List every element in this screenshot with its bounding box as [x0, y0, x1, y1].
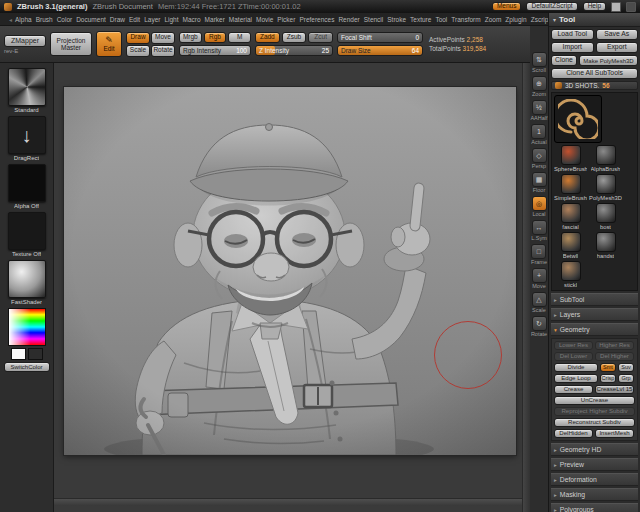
document-viewport[interactable]	[64, 87, 516, 455]
export-button[interactable]: Export	[596, 42, 639, 53]
tool-inventory-item[interactable]: PolyMesh3D	[589, 174, 622, 201]
secondary-color-swatch[interactable]	[28, 348, 43, 360]
section-geometry[interactable]: Geometry	[551, 323, 638, 336]
section-header[interactable]: Deformation	[551, 473, 638, 486]
tool-palette-header[interactable]: Tool	[549, 13, 640, 27]
menu-item[interactable]: Movie	[254, 16, 275, 23]
geometry-button[interactable]: Smt	[600, 363, 616, 372]
shelf-tool-icon[interactable]: ↻	[532, 316, 547, 331]
shelf-tool[interactable]: ◇ Persp	[532, 148, 547, 169]
load-tool-button[interactable]: Load Tool	[551, 29, 594, 40]
menu-item[interactable]: Picker	[275, 16, 297, 23]
menu-item[interactable]: Edit	[127, 16, 142, 23]
shelf-tool-icon[interactable]: ◇	[532, 148, 547, 163]
shelf-tool-icon[interactable]: ½	[532, 100, 547, 115]
section-header[interactable]: Masking	[551, 488, 638, 501]
tool-thumbnail[interactable]	[596, 174, 616, 194]
geometry-button[interactable]: Divide	[554, 363, 598, 372]
clone-all-subtools-button[interactable]: Clone All SubTools	[551, 68, 638, 79]
geometry-button[interactable]: CreaseLvl 15	[595, 385, 634, 394]
menu-item[interactable]: Alpha	[13, 16, 34, 23]
tool-inventory-item[interactable]: bost	[589, 203, 622, 230]
stroke-selector-thumbnail[interactable]	[8, 116, 46, 154]
shelf-tool-icon[interactable]: □	[531, 244, 546, 259]
window-control-icon[interactable]	[626, 2, 636, 12]
menu-item[interactable]: Zplugin	[503, 16, 528, 23]
shelf-tool-icon[interactable]: +	[532, 268, 547, 283]
shelf-tool-icon[interactable]: ⇅	[532, 52, 547, 67]
transform-mode-button[interactable]: Draw	[126, 32, 150, 44]
geometry-button[interactable]: Higher Res	[595, 341, 634, 350]
geometry-button[interactable]: Grp	[618, 374, 634, 383]
shelf-tool-icon[interactable]: ⊕	[532, 76, 547, 91]
shelf-tool[interactable]: ▦ Floor	[532, 172, 547, 193]
geometry-button[interactable]: Edge Loop	[554, 374, 598, 383]
focal-shift-slider[interactable]: Focal Shift 0	[337, 32, 423, 43]
tool-thumbnail[interactable]	[596, 232, 616, 252]
shelf-tool[interactable]: ↔ L.Sym	[531, 220, 547, 241]
menu-item[interactable]: Marker	[203, 16, 227, 23]
section-header[interactable]: Polygroups	[551, 503, 638, 512]
tool-inventory-item[interactable]: SimpleBrush	[554, 174, 587, 201]
shelf-tool[interactable]: + Move	[532, 268, 547, 289]
window-control-icon[interactable]	[611, 2, 621, 12]
switch-color-button[interactable]: SwitchColor	[4, 362, 50, 372]
shelf-tool[interactable]: ⇅ Scroll	[532, 52, 547, 73]
edit-mode-button[interactable]: ✎ Edit	[96, 31, 122, 57]
geometry-button[interactable]: DelHidden	[554, 429, 593, 438]
shelf-tool[interactable]: 1 Actual	[531, 124, 546, 145]
zmapper-button[interactable]: ZMapper	[4, 35, 46, 47]
default-zscript-button[interactable]: DefaultZScript	[526, 2, 577, 11]
menu-item[interactable]: Texture	[408, 16, 433, 23]
tool-inventory-item[interactable]: stickl	[554, 261, 587, 288]
geometry-button[interactable]: Suv	[618, 363, 634, 372]
canvas-right-bar[interactable]	[522, 63, 530, 512]
menu-item[interactable]: Brush	[34, 16, 55, 23]
main-color-swatch[interactable]	[11, 348, 26, 360]
projection-master-button[interactable]: Projection Master	[50, 32, 92, 56]
menu-item[interactable]: Tool	[433, 16, 449, 23]
geometry-button[interactable]: Del Higher	[595, 352, 634, 361]
transform-mode-button[interactable]: Scale	[126, 45, 150, 57]
material-selector-thumbnail[interactable]	[8, 260, 46, 298]
geometry-button[interactable]: Crisp	[600, 374, 616, 383]
color-mode-button[interactable]: M	[228, 32, 251, 43]
menu-item[interactable]: Light	[162, 16, 180, 23]
tool-thumbnail[interactable]	[596, 203, 616, 223]
menu-item[interactable]: Zscript	[529, 16, 548, 23]
shelf-tool-icon[interactable]: ↔	[532, 220, 547, 235]
geometry-button[interactable]: Crease	[554, 385, 593, 394]
shelf-tool[interactable]: □ Frame	[531, 244, 547, 265]
menu-item[interactable]: Preferences	[297, 16, 336, 23]
section-header[interactable]: Geometry HD	[551, 443, 638, 456]
tool-inventory-item[interactable]: AlphaBrush	[589, 145, 622, 172]
tool-thumbnail[interactable]	[561, 232, 581, 252]
clone-button[interactable]: Clone	[551, 55, 577, 66]
shelf-tool[interactable]: ◎ Local	[532, 196, 547, 217]
tool-thumbnail[interactable]	[561, 261, 581, 281]
menu-item[interactable]: Render	[336, 16, 361, 23]
shelf-tool[interactable]: ↻ Rotate	[531, 316, 547, 337]
sculpt-mode-button[interactable]: Zcut	[308, 32, 333, 43]
tool-inventory-item[interactable]: SphereBrush	[554, 145, 587, 172]
import-button[interactable]: Import	[551, 42, 594, 53]
texture-selector-thumbnail[interactable]	[8, 212, 46, 250]
menu-item[interactable]: Zoom	[483, 16, 504, 23]
rgb-intensity-slider[interactable]: Rgb Intensity 100	[179, 45, 251, 56]
make-polymesh3d-button[interactable]: Make PolyMesh3D	[579, 55, 638, 66]
section-header[interactable]: Preview	[551, 458, 638, 471]
menu-item[interactable]: Stencil	[362, 16, 386, 23]
tool-thumbnail[interactable]	[561, 174, 581, 194]
geometry-button[interactable]: Reconstruct Subdiv	[554, 418, 635, 427]
menu-item[interactable]: Transform	[449, 16, 482, 23]
tool-thumbnail[interactable]	[561, 145, 581, 165]
menu-item[interactable]: Material	[227, 16, 254, 23]
help-button[interactable]: Help	[583, 2, 606, 11]
geometry-button[interactable]: Reproject Higher Subdiv	[554, 407, 635, 416]
color-mode-button[interactable]: Rgb	[204, 32, 227, 43]
shelf-tool[interactable]: ⊕ Zoom	[532, 76, 547, 97]
shelf-tool-icon[interactable]: 1	[531, 124, 546, 139]
tool-inventory-item[interactable]: fascial	[554, 203, 587, 230]
menus-button[interactable]: Menus	[492, 2, 522, 11]
menu-item[interactable]: Document	[74, 16, 108, 23]
